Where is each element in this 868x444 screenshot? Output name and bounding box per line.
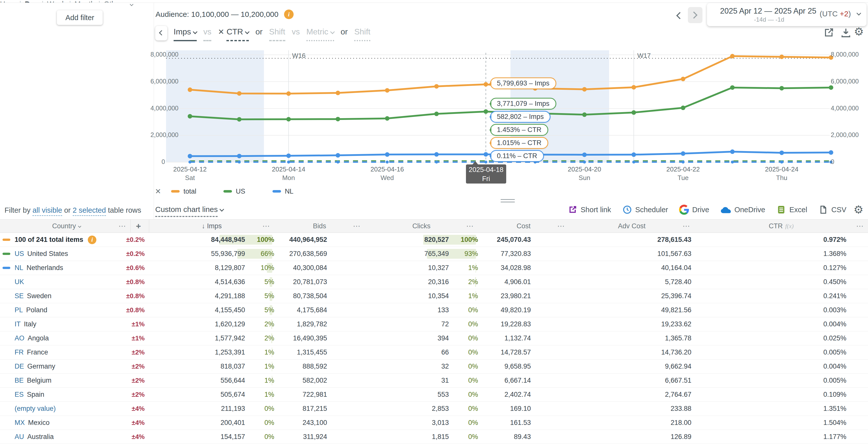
- chart-back-button[interactable]: [155, 26, 167, 40]
- table-row[interactable]: BEBelgium±2%556,6441%582,002310%6,667.14…: [0, 374, 868, 388]
- timezone-chevron-icon[interactable]: [855, 11, 861, 17]
- add-filter-button[interactable]: Add filter: [57, 10, 103, 25]
- tooltip-nl-ctr: 0.11% – CTR: [490, 150, 544, 162]
- info-icon[interactable]: i: [284, 9, 293, 19]
- table-row[interactable]: UK±0.8%4,514,6365%20,781,07320,3162%4,90…: [0, 275, 868, 289]
- country-code-link[interactable]: UK: [14, 278, 24, 286]
- country-code-link[interactable]: NL: [14, 264, 23, 272]
- country-code-link[interactable]: ES: [14, 391, 24, 399]
- column-menu-icon[interactable]: ⋯: [119, 222, 126, 230]
- download-icon[interactable]: [840, 27, 852, 39]
- column-menu-icon[interactable]: ⋯: [353, 222, 361, 230]
- table-row[interactable]: 100 of 241 total itemsi±0.2%84,448,94510…: [0, 233, 868, 247]
- country-name: Germany: [27, 363, 55, 370]
- csv-button[interactable]: CSV: [818, 205, 846, 215]
- chart-settings-gear-icon[interactable]: ⚙: [854, 25, 864, 38]
- date-range-picker[interactable]: 2025 Apr 12 — 2025 Apr 25 -14d — -1d (UT…: [707, 3, 867, 26]
- column-menu-icon[interactable]: ⋯: [262, 222, 270, 230]
- table-row[interactable]: USUnited States±0.2%55,936,79966%270,638…: [0, 247, 868, 261]
- imps-cell: 84,448,945100%: [149, 233, 274, 247]
- table-row[interactable]: ITItaly±1%1,620,1292%1,829,782720%19,228…: [0, 317, 868, 331]
- cost-cell: 1,132.74: [478, 331, 569, 345]
- table-row[interactable]: SESweden±0.8%4,291,1885%80,738,50410,354…: [0, 289, 868, 303]
- country-code-link[interactable]: AO: [14, 334, 24, 342]
- filter-all-visible-link[interactable]: all visible: [32, 206, 62, 216]
- legend-close-icon[interactable]: ✕: [155, 187, 161, 196]
- vs-toggle-1[interactable]: vs: [203, 27, 211, 41]
- adv-cost-cell: 9,662.94: [569, 360, 694, 373]
- country-code-link[interactable]: PL: [14, 306, 23, 314]
- bids-cell: 80,738,504: [274, 289, 365, 303]
- country-code-link[interactable]: FR: [14, 348, 24, 356]
- excel-button[interactable]: Excel: [776, 205, 807, 215]
- remove-metric-icon[interactable]: ✕: [218, 28, 224, 36]
- add-column-button[interactable]: +: [131, 219, 149, 233]
- chart-resize-handle[interactable]: [501, 199, 515, 202]
- imps-cell: 818,0371%: [149, 360, 274, 373]
- clicks-cell: 3,0130%: [365, 416, 478, 430]
- legend-item-us[interactable]: US: [223, 187, 245, 195]
- table-settings-gear-icon[interactable]: ⚙: [854, 203, 864, 216]
- column-header-bids[interactable]: Bids⋯: [274, 219, 365, 233]
- uncertainty-cell: ±2%: [131, 374, 149, 387]
- table-row[interactable]: MXMexico±4%200,4010%243,1003,0130%161.53…: [0, 416, 868, 430]
- country-code-link[interactable]: SE: [14, 292, 24, 300]
- custom-chart-lines-dropdown[interactable]: Custom chart lines: [155, 205, 223, 214]
- shift-toggle-2[interactable]: Shift: [354, 27, 370, 41]
- column-menu-icon[interactable]: ⋯: [557, 222, 565, 230]
- column-header-clicks[interactable]: Clicks⋯: [365, 219, 478, 233]
- column-header-cost[interactable]: Cost⋯: [478, 219, 569, 233]
- bids-cell: 40,300,084: [274, 261, 365, 275]
- country-code-link[interactable]: BE: [14, 377, 24, 384]
- short-link-button[interactable]: Short link: [567, 205, 611, 215]
- metric-1-selector[interactable]: Imps: [174, 27, 197, 41]
- table-row[interactable]: NLNetherlands±0.6%8,129,80710%40,300,084…: [0, 261, 868, 275]
- column-header-adv-cost[interactable]: Adv Cost⋯: [569, 219, 694, 233]
- column-header-ctr[interactable]: CTRf(x)⋯: [694, 219, 868, 233]
- clicks-cell: 320%: [365, 360, 478, 373]
- shift-toggle-1[interactable]: Shift: [269, 27, 285, 41]
- table-row[interactable]: ESSpain±2%505,6741%722,9815530%2,402.742…: [0, 388, 868, 402]
- cost-cell: 34,028.98: [478, 261, 569, 275]
- metric-3-selector[interactable]: Metric: [306, 27, 334, 41]
- info-icon[interactable]: i: [88, 236, 96, 244]
- country-code-link[interactable]: (empty value): [14, 405, 56, 413]
- legend-item-total[interactable]: total: [171, 187, 196, 195]
- onedrive-button[interactable]: OneDrive: [720, 206, 765, 214]
- filter-selected-link[interactable]: 2 selected: [73, 206, 106, 216]
- adv-cost-cell: 1,365.78: [569, 331, 694, 345]
- table-row[interactable]: (empty value)±4%211,1930%817,2152,8530%1…: [0, 402, 868, 416]
- percent-of-total: 0%: [452, 405, 478, 413]
- column-header-country[interactable]: Country⋯: [0, 219, 131, 233]
- table-row[interactable]: AOAngola±1%1,577,9422%16,490,3953940%1,1…: [0, 331, 868, 345]
- legend-item-nl[interactable]: NL: [273, 187, 293, 195]
- country-cell: AOAngola: [0, 331, 131, 345]
- column-header-imps[interactable]: ↓ Imps⋯: [149, 219, 274, 233]
- country-cell: (empty value): [0, 402, 131, 416]
- cost-cell: 161.53: [478, 416, 569, 430]
- table-row[interactable]: DEGermany±2%818,0371%888,592320%9,658.95…: [0, 360, 868, 374]
- column-menu-icon[interactable]: ⋯: [683, 222, 690, 230]
- uncertainty-cell: ±0.6%: [131, 261, 149, 275]
- metric-2-selector[interactable]: ✕ CTR: [218, 27, 249, 40]
- bids-cell: 16,490,395: [274, 331, 365, 345]
- country-code-link[interactable]: US: [14, 250, 24, 258]
- adv-cost-cell: 6,667.51: [569, 374, 694, 387]
- country-code-link[interactable]: DE: [14, 363, 24, 370]
- date-next-button[interactable]: [688, 7, 703, 23]
- table-row[interactable]: AUAustralia±4%154,1570%311,9241,8150%89.…: [0, 430, 868, 444]
- table-row[interactable]: PLPoland±0.8%4,155,4505%4,175,6841330%49…: [0, 303, 868, 317]
- ctr-cell: 0.450%: [694, 275, 868, 289]
- country-code-link[interactable]: MX: [14, 419, 25, 426]
- country-code-link[interactable]: AU: [14, 433, 24, 441]
- country-code-link[interactable]: IT: [14, 320, 21, 328]
- open-in-new-icon[interactable]: [823, 27, 835, 39]
- clicks-cell: 720%: [365, 317, 478, 331]
- column-menu-icon[interactable]: ⋯: [856, 222, 864, 230]
- google-drive-icon: [679, 205, 689, 215]
- column-menu-icon[interactable]: ⋯: [466, 222, 474, 230]
- google-drive-button[interactable]: Drive: [679, 205, 709, 215]
- date-prev-button[interactable]: [674, 11, 685, 22]
- table-row[interactable]: FRFrance±2%1,253,3911%1,315,455660%14,72…: [0, 345, 868, 360]
- scheduler-button[interactable]: Scheduler: [622, 205, 668, 215]
